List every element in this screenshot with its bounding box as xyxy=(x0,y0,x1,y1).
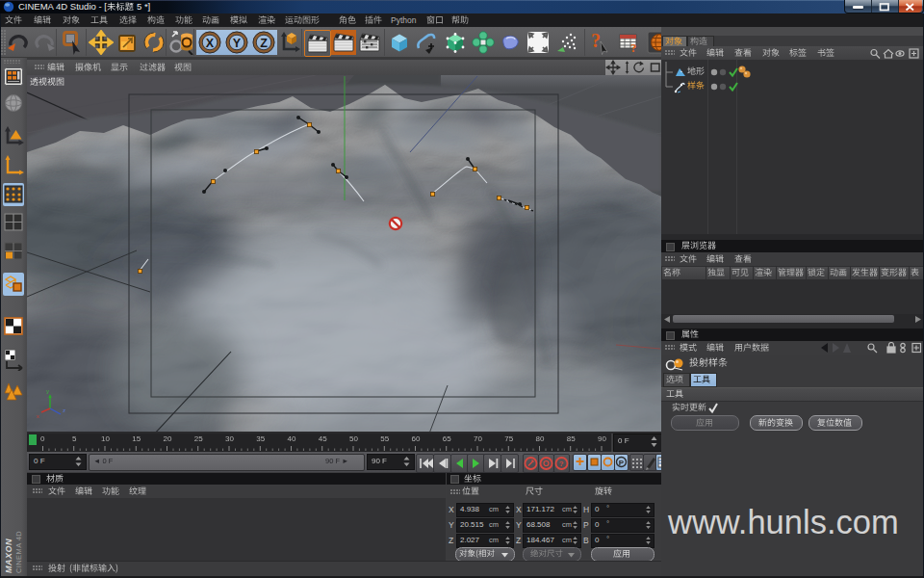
svg-text:z: z xyxy=(63,407,65,413)
svg-text:Y: Y xyxy=(233,37,242,50)
svg-text:?: ? xyxy=(630,40,637,55)
svg-text:Z: Z xyxy=(260,37,268,50)
svg-text:x: x xyxy=(37,413,39,419)
svg-text:y: y xyxy=(46,388,49,394)
svg-text:X: X xyxy=(206,37,215,50)
svg-text:?: ? xyxy=(559,460,564,468)
svg-text:P: P xyxy=(619,459,625,467)
svg-text:?: ? xyxy=(591,30,601,51)
